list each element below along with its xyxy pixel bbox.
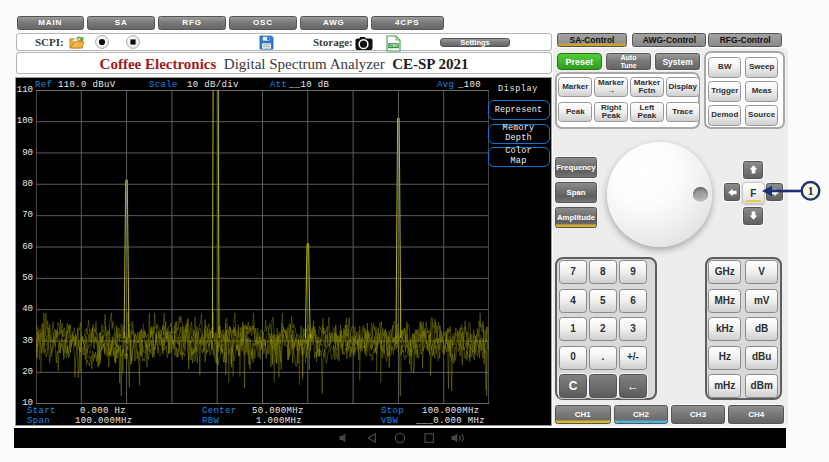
- svg-text:1: 1: [807, 184, 813, 198]
- svg-text:CSV: CSV: [389, 43, 398, 48]
